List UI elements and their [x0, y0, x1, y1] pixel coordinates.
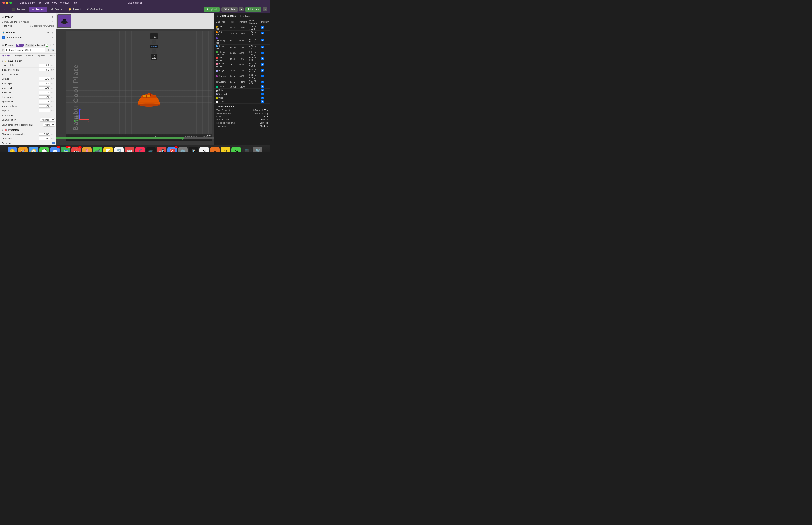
dock-item-14[interactable]: 📲 — [157, 147, 166, 152]
dock-item-1[interactable]: 🚀 — [18, 147, 28, 152]
dock-item-2[interactable]: 🧭 — [29, 147, 38, 152]
table-row: Retract — [214, 89, 270, 92]
process-compare-icon[interactable]: ⊞ — [49, 43, 51, 47]
dock-item-7[interactable]: 🌷 — [82, 147, 92, 152]
upload-button[interactable]: ⬆ Upload — [204, 7, 220, 12]
menu-file[interactable]: File — [38, 1, 42, 4]
dock-item-13[interactable]: 📺 — [146, 147, 156, 152]
seam-position-select[interactable]: Aligned Nearest Random — [40, 118, 55, 122]
zoom-plus-button[interactable]: + — [152, 40, 156, 44]
plate-type-value[interactable]: ▽ Cool Plate / PLA Plate — [30, 25, 54, 27]
menu-window[interactable]: Window — [60, 1, 69, 4]
dock-item-23[interactable]: 🗑️ — [253, 147, 262, 152]
thumbnail-1[interactable] — [57, 14, 72, 28]
slice-dropdown-button[interactable]: ▼ — [239, 7, 244, 12]
dock-item-20[interactable]: S — [221, 147, 230, 152]
resolution-input[interactable] — [39, 137, 50, 140]
dock-item-0[interactable]: 😀 — [7, 147, 17, 152]
print-dropdown-button[interactable]: ▼ — [263, 7, 267, 12]
dock-item-9[interactable]: 📝 — [104, 147, 113, 152]
plate-area[interactable]: Bambu Cool Plate — [66, 31, 213, 141]
zoom-bottom-value: 01 0.20 — [151, 54, 157, 60]
menu-view[interactable]: View — [52, 1, 57, 4]
dock-item-19[interactable]: F — [210, 147, 219, 152]
dock-item-16[interactable]: ⚙️ — [178, 147, 188, 152]
dock-item-12[interactable]: 🎵 — [136, 147, 145, 152]
menu-edit[interactable]: Edit — [45, 1, 49, 4]
app-name-menu[interactable]: Bambu Studio — [20, 1, 34, 4]
lw-top-input[interactable] — [39, 95, 50, 99]
menu-help[interactable]: Help — [72, 1, 77, 4]
maximize-button[interactable] — [10, 2, 12, 4]
tab-calibration[interactable]: ⚙ Calibration — [84, 7, 105, 12]
slice-plate-button[interactable]: Slice plate — [221, 7, 238, 12]
tab-prepare[interactable]: ⬛ Prepare — [10, 7, 28, 12]
layer-height-input[interactable] — [39, 64, 50, 67]
total-filament-value: 3.88 m 11.76 g — [254, 109, 268, 111]
lw-outer-input[interactable] — [39, 86, 50, 89]
dock-item-17[interactable]: 📱 — [189, 147, 198, 152]
tab-device[interactable]: 🖨 Device — [48, 7, 65, 12]
layer-height-group[interactable]: ▼ 📐 Layer height — [2, 58, 55, 63]
dock-item-5[interactable]: 🗺️7704 — [61, 147, 70, 152]
tab-preview[interactable]: 👁 Preview — [29, 7, 47, 12]
axes-widget: Y X Z — [74, 108, 89, 124]
minimize-button[interactable] — [6, 2, 8, 4]
precision-group[interactable]: ▼ 🎯 Precision — [2, 127, 55, 132]
tag-objects[interactable]: Objects — [25, 44, 34, 47]
dock-item-11[interactable]: 📰 — [125, 147, 134, 152]
scarf-joint-select[interactable]: None — [43, 123, 55, 126]
preset-copy-icon[interactable]: ⧉ — [47, 48, 50, 52]
process-header-row: ⚙ Process Global Objects Advanced ⊞ ⚙ — [2, 43, 54, 48]
printer-value-row: Bambu Lab P1P 0.4 nozzle ✎ — [2, 19, 54, 24]
seam-group[interactable]: ▼ ✂ Seam — [2, 113, 55, 118]
close-button[interactable] — [2, 2, 5, 4]
lw-initial-label: Initial layer — [2, 82, 39, 85]
tab-strength[interactable]: Strength — [12, 54, 24, 58]
process-settings-icon[interactable]: ⚙ — [52, 43, 54, 47]
printer-settings-icon[interactable]: ⚙ — [51, 15, 54, 19]
dock-item-8[interactable]: 📹 — [93, 147, 102, 152]
lw-sparse-input[interactable] — [39, 100, 50, 103]
lw-default-input[interactable] — [39, 77, 50, 80]
tab-project[interactable]: 📁 Project — [66, 7, 83, 12]
lw-support-input[interactable] — [39, 109, 50, 112]
progress-bar[interactable] — [56, 137, 183, 139]
tab-others[interactable]: Others — [47, 54, 56, 58]
dock-item-10[interactable]: ☑️ — [114, 147, 124, 152]
lw-initial-input[interactable] — [39, 82, 50, 85]
filament-add-icon[interactable]: + — [37, 31, 41, 34]
printer-edit-icon[interactable]: ✎ — [51, 20, 54, 24]
tag-global[interactable]: Global — [16, 44, 24, 47]
filament-edit-icon[interactable]: ✎ — [51, 36, 54, 39]
dock-item-15[interactable]: 🅰️1 — [167, 147, 177, 152]
dock-item-3[interactable]: 💬 — [40, 147, 49, 152]
lw-inner-input[interactable] — [39, 91, 50, 94]
scroll-button[interactable]: ⋮ — [212, 132, 214, 135]
initial-layer-height-input[interactable] — [39, 68, 50, 71]
dock-item-21[interactable]: G — [231, 147, 241, 152]
zoom-minus-button[interactable]: − — [152, 49, 156, 53]
dock-item-4[interactable]: ✉️35 — [50, 147, 60, 152]
preset-name[interactable]: 0.20mm Standard @BBL P1P — [5, 48, 45, 52]
filament-sync-icon[interactable]: ⟳ — [46, 31, 50, 34]
preset-search-icon[interactable]: 🔍 — [51, 49, 54, 51]
lw-internal-input[interactable] — [39, 104, 50, 108]
filament-settings-icon[interactable]: ⚙ — [51, 31, 54, 34]
arc-fitting-checkbox[interactable] — [52, 141, 55, 145]
tab-support[interactable]: Support — [35, 54, 47, 58]
advanced-toggle[interactable] — [46, 44, 48, 47]
filament-remove-icon[interactable]: − — [42, 31, 45, 34]
tab-quality[interactable]: Quality — [0, 54, 12, 58]
model-time-value: 39m44s — [260, 122, 268, 124]
lw-support-row: Support mm — [2, 108, 55, 113]
dock-item-6[interactable]: 📅27 — [72, 147, 81, 152]
line-width-group[interactable]: ▼ ↔ Line width — [2, 72, 55, 77]
dock-item-18[interactable]: N — [199, 147, 209, 152]
tab-speed[interactable]: Speed — [24, 54, 34, 58]
dock-item-22[interactable]: 🖥️ — [242, 147, 251, 152]
slice-gap-input[interactable] — [39, 133, 50, 136]
home-button[interactable]: ⌂ — [2, 7, 8, 12]
3d-model[interactable] — [133, 92, 165, 108]
print-plate-button[interactable]: Print plate — [245, 7, 261, 12]
